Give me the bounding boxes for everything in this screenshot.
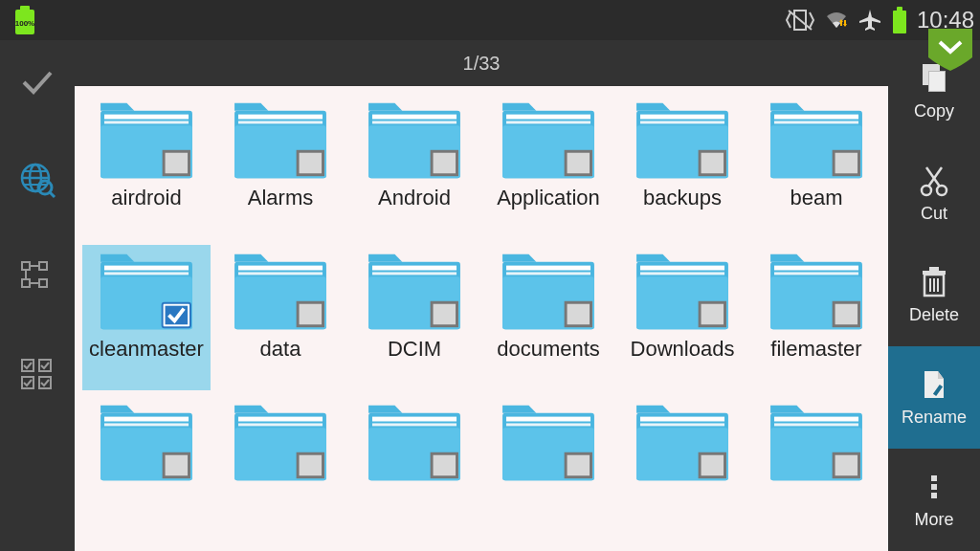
svg-rect-29 (166, 153, 188, 174)
svg-rect-73 (238, 266, 323, 271)
svg-rect-129 (506, 417, 590, 422)
folder-item[interactable]: airdroid (82, 94, 211, 239)
rename-button[interactable]: Rename (888, 346, 980, 449)
tree-view-button[interactable] (14, 254, 60, 300)
svg-rect-136 (640, 417, 724, 422)
web-storage-button[interactable] (14, 157, 60, 203)
svg-rect-109 (104, 423, 189, 426)
svg-rect-26 (104, 121, 189, 123)
svg-rect-71 (166, 306, 188, 325)
svg-rect-81 (372, 272, 457, 275)
svg-rect-88 (506, 272, 590, 275)
svg-rect-116 (238, 423, 323, 426)
folder-item[interactable]: backups (618, 94, 746, 239)
folder-label: documents (497, 337, 600, 386)
svg-rect-140 (702, 455, 724, 476)
folder-grid-wrap: airdroid Alarms Android Application (75, 86, 888, 551)
svg-rect-22 (22, 377, 33, 388)
battery-full-icon: 100% (6, 4, 44, 36)
svg-rect-25 (104, 115, 189, 120)
folder-item[interactable] (82, 396, 211, 541)
svg-rect-122 (372, 417, 457, 422)
svg-rect-68 (104, 272, 189, 275)
svg-rect-4 (893, 11, 906, 33)
folder-item[interactable]: DCIM (350, 245, 479, 390)
folder-item[interactable] (350, 396, 479, 541)
svg-rect-165 (931, 493, 937, 498)
folder-label: beam (790, 186, 842, 235)
battery-percent-label: 100% (15, 19, 34, 28)
svg-line-12 (50, 192, 55, 197)
folder-item[interactable]: Application (484, 94, 612, 239)
folder-item[interactable] (752, 396, 880, 541)
svg-rect-98 (702, 304, 724, 325)
folder-item[interactable] (216, 396, 345, 541)
folder-label: Android (378, 186, 451, 235)
svg-rect-123 (372, 423, 457, 426)
folder-label: DCIM (388, 337, 441, 386)
svg-rect-119 (300, 455, 322, 476)
folder-item[interactable]: beam (752, 94, 880, 239)
svg-rect-151 (929, 72, 945, 91)
folder-label: cleanmaster (89, 337, 204, 386)
svg-rect-13 (22, 262, 30, 270)
folder-label: Application (497, 186, 600, 235)
folder-item[interactable] (484, 396, 612, 541)
folder-label: data (260, 337, 301, 386)
svg-rect-91 (568, 304, 590, 325)
svg-rect-21 (39, 360, 51, 371)
svg-rect-1 (20, 6, 30, 11)
svg-rect-105 (835, 304, 858, 325)
svg-rect-112 (166, 455, 188, 476)
wifi-icon (823, 7, 850, 33)
svg-rect-102 (774, 272, 858, 275)
svg-rect-164 (931, 484, 937, 490)
svg-rect-143 (774, 417, 858, 422)
svg-rect-60 (774, 115, 858, 120)
svg-point-152 (922, 186, 931, 195)
folder-item[interactable]: documents (484, 245, 612, 390)
select-all-button[interactable] (14, 352, 60, 398)
folder-label: filemaster (770, 337, 861, 386)
action-bar: Copy Cut Delete Rename More (888, 40, 980, 551)
selection-count: 1/33 (75, 40, 888, 86)
status-bar: 100% 10:48 (0, 0, 980, 40)
cut-label: Cut (921, 204, 947, 224)
svg-rect-61 (774, 121, 858, 123)
svg-rect-161 (929, 267, 939, 271)
svg-rect-67 (104, 266, 189, 271)
delete-button[interactable]: Delete (888, 245, 980, 347)
folder-item[interactable]: Downloads (618, 245, 746, 390)
confirm-button[interactable] (14, 59, 60, 105)
folder-item[interactable] (618, 396, 746, 541)
svg-rect-130 (506, 423, 590, 426)
svg-rect-40 (372, 121, 457, 123)
folder-item[interactable]: Alarms (216, 94, 345, 239)
svg-line-154 (928, 167, 942, 187)
svg-rect-16 (39, 279, 47, 287)
folder-item[interactable]: data (216, 245, 345, 390)
svg-rect-144 (774, 423, 858, 426)
folder-item[interactable]: filemaster (752, 245, 880, 390)
svg-rect-147 (835, 455, 858, 476)
svg-rect-43 (434, 153, 456, 174)
svg-rect-54 (640, 121, 724, 123)
vibrate-icon (785, 7, 815, 33)
svg-rect-47 (506, 121, 590, 123)
folder-item[interactable]: Android (350, 94, 479, 239)
more-button[interactable]: More (888, 449, 980, 551)
svg-line-155 (926, 167, 940, 187)
svg-rect-36 (300, 153, 322, 174)
svg-point-153 (937, 186, 947, 195)
svg-rect-57 (702, 153, 724, 174)
left-toolbar (0, 40, 75, 551)
folder-item[interactable]: cleanmaster (82, 245, 211, 390)
svg-rect-101 (774, 266, 858, 271)
cut-button[interactable]: Cut (888, 143, 980, 245)
svg-rect-115 (238, 417, 323, 422)
svg-rect-126 (434, 455, 456, 476)
rename-label: Rename (902, 408, 967, 428)
delete-label: Delete (909, 305, 959, 325)
svg-rect-84 (434, 304, 456, 325)
folder-grid: airdroid Alarms Android Application (82, 94, 880, 541)
